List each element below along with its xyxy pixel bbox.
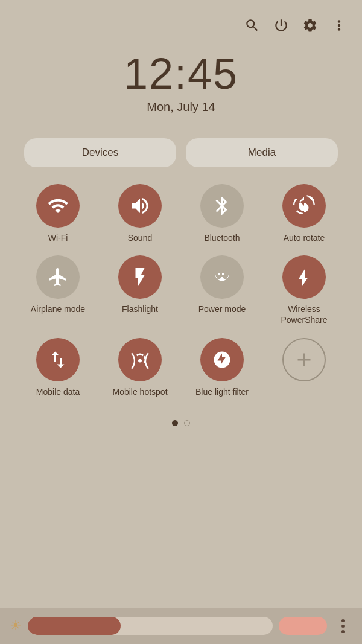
pagination [0, 420, 362, 426]
bluelightfilter-icon [200, 338, 244, 381]
sound-label: Sound [128, 232, 152, 243]
wireless-powershare-icon [282, 255, 326, 299]
clock-section: 12:45 Mon, July 14 [0, 52, 362, 114]
tile-add[interactable] [265, 338, 343, 397]
top-toolbar [0, 0, 362, 34]
tile-flashlight[interactable]: Flashlight [101, 255, 179, 325]
mobilehotspot-label: Mobile hotspot [112, 386, 167, 397]
tile-mobiledata[interactable]: Mobile data [19, 338, 97, 397]
powermode-label: Power mode [198, 304, 246, 314]
autorotate-label: Auto rotate [284, 232, 325, 243]
bluetooth-label: Bluetooth [204, 232, 240, 243]
airplane-label: Airplane mode [31, 304, 85, 314]
add-icon [282, 338, 326, 381]
tile-powermode[interactable]: Power mode [183, 255, 261, 325]
tile-bluetooth[interactable]: Bluetooth [183, 184, 261, 243]
devices-button[interactable]: Devices [24, 138, 176, 167]
wireless-powershare-label: Wireless PowerShare [265, 304, 343, 325]
clock-date: Mon, July 14 [0, 100, 362, 114]
autorotate-icon [282, 184, 326, 228]
tile-wireless-powershare[interactable]: Wireless PowerShare [265, 255, 343, 325]
tile-airplane[interactable]: Airplane mode [19, 255, 97, 325]
device-media-row: Devices Media [0, 138, 362, 167]
mobilehotspot-icon [118, 338, 162, 381]
tile-autorotate[interactable]: Auto rotate [265, 184, 343, 243]
wifi-label: Wi-Fi [48, 232, 68, 243]
brightness-bar: ☀ [0, 608, 362, 644]
tile-wifi[interactable]: Wi-Fi [19, 184, 97, 243]
mobiledata-icon [36, 338, 80, 381]
page-dot-1[interactable] [172, 420, 178, 426]
more-options-icon[interactable] [331, 17, 348, 34]
flashlight-icon [118, 255, 162, 299]
power-icon[interactable] [273, 17, 290, 34]
mobiledata-label: Mobile data [36, 386, 80, 397]
media-button[interactable]: Media [186, 138, 338, 167]
quick-tiles-grid: Wi-Fi Sound Bluetooth Auto rotate Airpla… [0, 167, 362, 409]
clock-time: 12:45 [0, 52, 362, 95]
bluelightfilter-label: Blue light filter [195, 386, 249, 397]
flashlight-label: Flashlight [122, 304, 158, 314]
bluetooth-icon [200, 184, 244, 228]
brightness-more-icon[interactable] [333, 616, 352, 636]
search-icon[interactable] [244, 17, 261, 34]
brightness-fill [28, 617, 121, 635]
settings-icon[interactable] [302, 17, 319, 34]
wifi-icon [36, 184, 80, 228]
tile-mobilehotspot[interactable]: Mobile hotspot [101, 338, 179, 397]
brightness-track[interactable] [28, 617, 273, 635]
brightness-sun-icon: ☀ [10, 618, 22, 634]
tile-sound[interactable]: Sound [101, 184, 179, 243]
brightness-right-section [279, 617, 327, 635]
tile-bluelightfilter[interactable]: Blue light filter [183, 338, 261, 397]
powermode-icon [200, 255, 244, 299]
airplane-icon [36, 255, 80, 299]
page-dot-2[interactable] [184, 420, 190, 426]
sound-icon [118, 184, 162, 228]
